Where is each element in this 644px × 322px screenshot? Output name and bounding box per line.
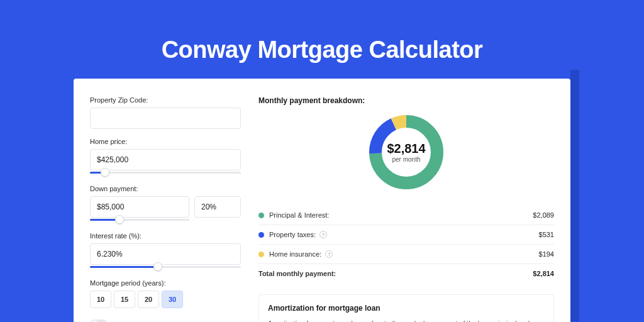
legend: Principal & Interest:$2,089Property taxe…	[258, 206, 554, 264]
legend-row-total: Total monthly payment: $2,814	[258, 264, 554, 283]
period-options: 10152030	[90, 291, 241, 308]
total-label: Total monthly payment:	[258, 270, 336, 277]
legend-value: $2,089	[533, 211, 554, 219]
down-payment-slider[interactable]	[90, 217, 189, 223]
legend-label: Principal & Interest:	[269, 211, 329, 219]
insurance-dot-icon	[258, 252, 264, 257]
info-icon[interactable]: ?	[319, 231, 327, 238]
total-value: $2,814	[533, 270, 554, 277]
period-option-15[interactable]: 15	[114, 291, 135, 308]
down-payment-pct-input[interactable]	[194, 196, 241, 218]
legend-value: $531	[539, 231, 554, 238]
legend-row-principal: Principal & Interest:$2,089	[258, 206, 554, 225]
slider-thumb[interactable]	[153, 262, 162, 271]
interest-label: Interest rate (%):	[90, 232, 241, 240]
legend-label: Home insurance:	[269, 250, 321, 258]
breakdown-column: Monthly payment breakdown: $2,814 per mo…	[258, 96, 554, 322]
legend-label: Property taxes:	[269, 231, 316, 238]
legend-row-taxes: Property taxes:?$531	[258, 225, 554, 245]
home-price-input[interactable]	[90, 149, 241, 170]
interest-slider[interactable]	[90, 264, 241, 270]
payment-donut-chart: $2,814 per month	[365, 111, 447, 193]
donut-center-amount: $2,814	[387, 142, 425, 156]
veteran-toggle[interactable]	[90, 319, 108, 322]
period-label: Mortgage period (years):	[90, 279, 241, 287]
slider-thumb[interactable]	[115, 215, 124, 224]
donut-center-sub: per month	[392, 156, 420, 163]
info-icon[interactable]: ?	[325, 250, 333, 258]
breakdown-title: Monthly payment breakdown:	[258, 96, 554, 105]
page-title: Conway Mortgage Calculator	[0, 36, 644, 64]
home-price-slider[interactable]	[90, 170, 241, 176]
home-price-label: Home price:	[90, 138, 241, 145]
principal-dot-icon	[258, 213, 264, 218]
legend-value: $194	[539, 250, 554, 258]
period-option-20[interactable]: 20	[138, 291, 159, 308]
slider-thumb[interactable]	[101, 168, 109, 177]
interest-input[interactable]	[90, 243, 241, 265]
zip-input[interactable]	[90, 108, 241, 129]
zip-label: Property Zip Code:	[90, 96, 241, 104]
amortization-box: Amortization for mortgage loan Amortizat…	[258, 294, 554, 322]
legend-row-insurance: Home insurance:?$194	[258, 245, 554, 264]
down-payment-label: Down payment:	[90, 185, 241, 192]
period-option-30[interactable]: 30	[162, 291, 183, 308]
form-column: Property Zip Code: Home price: Down paym…	[90, 96, 241, 322]
down-payment-input[interactable]	[90, 196, 189, 218]
taxes-dot-icon	[258, 232, 264, 238]
period-option-10[interactable]: 10	[90, 291, 111, 308]
amortization-title: Amortization for mortgage loan	[268, 304, 545, 313]
amortization-text: Amortization for a mortgage loan refers …	[268, 319, 545, 322]
calculator-card: Property Zip Code: Home price: Down paym…	[74, 79, 570, 322]
